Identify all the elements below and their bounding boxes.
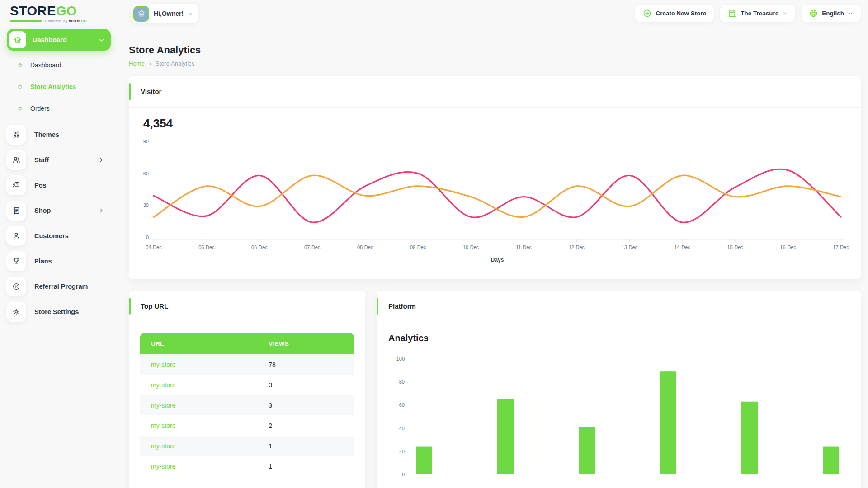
trophy-icon [6,251,26,271]
svg-text:Days: Days [491,257,504,263]
svg-text:10-Dec: 10-Dec [463,244,479,250]
sidebar-item-themes-label: Themes [34,131,59,138]
sidebar-item-customers[interactable]: Customers [5,223,114,249]
table-row: my-store 2 [140,415,354,436]
sidebar-active-label: Dashboard [33,36,92,43]
avatar [133,6,149,22]
sidebar: Dashboard Dashboard Store Analytics Orde… [5,29,114,324]
platform-card-header: Platform [377,291,861,322]
svg-text:04-Dec: 04-Dec [146,244,162,250]
top-url-card-title: Top URL [141,302,168,310]
top-bar: STOREGO Powered By WORKDO Hi,Owner! Crea… [0,0,868,28]
receipt-icon [6,201,26,221]
globe-icon [809,9,818,18]
top-url-table-header: URL VIEWS [140,333,354,354]
sidebar-item-staff[interactable]: Staff [5,147,114,173]
svg-text:0: 0 [402,472,405,477]
svg-text:13-Dec: 13-Dec [622,244,638,250]
chevron-down-icon [99,37,104,43]
svg-text:12-Dec: 12-Dec [569,244,585,250]
brand-name-primary: STORE [10,4,56,18]
card-accent-bar [129,298,131,315]
url-link[interactable]: my-store [140,381,258,389]
svg-text:80: 80 [399,379,405,385]
user-icon [6,226,26,246]
sidebar-item-plans[interactable]: Plans [5,249,114,274]
create-new-store-button[interactable]: Create New Store [635,5,714,22]
badge-percent-icon [6,277,26,296]
top-url-card-header: Top URL [129,291,365,322]
sidebar-item-store-analytics[interactable]: Store Analytics [5,76,114,98]
sidebar-item-store-settings[interactable]: Store Settings [5,299,114,324]
views-value: 3 [258,381,354,389]
sidebar-item-dashboard[interactable]: Dashboard [5,54,114,76]
sidebar-item-pos[interactable]: Pos [5,173,114,198]
svg-text:0: 0 [146,235,149,240]
plus-circle-icon [643,9,651,18]
views-value: 1 [258,463,354,470]
svg-text:11-Dec: 11-Dec [516,244,532,250]
create-new-store-label: Create New Store [656,10,706,17]
breadcrumb-separator: › [149,60,151,67]
platform-bar-chart: 020406080100 [377,350,861,488]
table-row: my-store 3 [140,395,354,415]
views-value: 78 [258,361,354,368]
users-icon [6,150,26,170]
svg-text:14-Dec: 14-Dec [674,244,690,250]
views-value: 2 [258,422,354,429]
breadcrumb-home-link[interactable]: Home [129,60,145,67]
svg-text:07-Dec: 07-Dec [304,244,321,250]
sidebar-item-shop[interactable]: Shop [5,198,114,223]
sidebar-item-dashboard-label: Dashboard [30,61,61,69]
sidebar-item-plans-label: Plans [34,258,52,265]
card-accent-bar [377,298,378,315]
svg-text:17-Dec: 17-Dec [833,244,849,250]
sidebar-item-pos-label: Pos [34,182,47,189]
views-value: 1 [258,442,354,450]
url-link[interactable]: my-store [140,422,258,429]
brand-name-secondary: GO [56,4,77,18]
url-link[interactable]: my-store [140,361,258,368]
visitor-card: Visitor 4,354 030609004-Dec05-Dec06-Dec0… [129,76,861,279]
table-row: my-store 3 [140,375,354,395]
sidebar-item-referral-program[interactable]: Referral Program [5,274,114,299]
svg-text:15-Dec: 15-Dec [727,244,743,250]
svg-text:90: 90 [143,139,149,144]
brand-logo: STOREGO Powered By WORKDO [10,4,87,23]
svg-text:08-Dec: 08-Dec [357,244,373,250]
svg-text:20: 20 [399,449,405,454]
sidebar-item-staff-label: Staff [34,156,49,164]
profile-menu[interactable]: Hi,Owner! [131,4,198,23]
url-link[interactable]: my-store [140,402,258,409]
table-row: my-store 1 [140,456,354,476]
top-url-card: Top URL URL VIEWS my-store 78 my-store 3… [129,291,365,488]
card-accent-bar [129,83,131,100]
analytics-heading: Analytics [388,333,861,343]
svg-text:16-Dec: 16-Dec [780,244,796,250]
column-header-views: VIEWS [258,340,354,347]
svg-text:06-Dec: 06-Dec [251,244,268,250]
visitor-card-header: Visitor [129,76,861,108]
sidebar-item-orders[interactable]: Orders [5,98,114,119]
store-selector-label: The Treasure [741,10,778,17]
language-dropdown[interactable]: English [802,5,861,22]
page-title: Store Analytics [129,44,861,56]
sidebar-item-store-analytics-label: Store Analytics [30,83,76,90]
main-content: Store Analytics Home › Store Analytics V… [129,29,861,488]
powered-word1: WORK [69,19,81,23]
svg-text:09-Dec: 09-Dec [410,244,426,250]
building-icon [137,9,146,18]
pos-screens-icon [6,175,26,195]
powered-prefix: Powered By [45,19,68,23]
sidebar-item-themes[interactable]: Themes [5,122,114,147]
store-selector-dropdown[interactable]: The Treasure [720,5,795,22]
sidebar-item-dashboard-group[interactable]: Dashboard [7,29,111,51]
url-link[interactable]: my-store [140,463,258,470]
greeting-label: Hi,Owner! [154,10,184,17]
url-link[interactable]: my-store [140,442,258,450]
chevron-right-icon [99,208,104,213]
chevron-down-icon [848,11,853,16]
svg-text:100: 100 [396,356,405,361]
language-label: English [822,10,844,17]
table-row: my-store 1 [140,436,354,456]
